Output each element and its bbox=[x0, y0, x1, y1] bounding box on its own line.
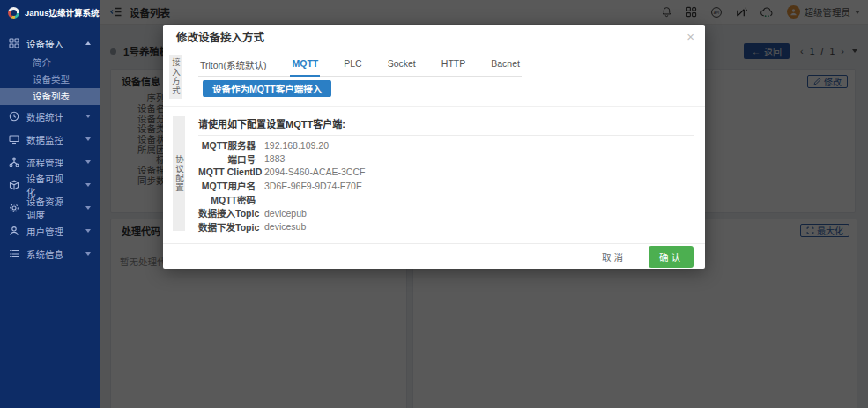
sidebar-item-device-access[interactable]: 设备接入 bbox=[0, 32, 100, 55]
sidebar-item-device-list[interactable]: 设备列表 bbox=[0, 88, 100, 105]
sidebar-item-label: 设备资源调度 bbox=[26, 195, 71, 221]
config-row: 数据下发Topic devicesub bbox=[198, 219, 694, 233]
protocol-config-label: 协议配置 bbox=[173, 155, 185, 192]
logo-icon bbox=[8, 7, 19, 19]
user-icon bbox=[9, 226, 19, 236]
config-label: 端口号 bbox=[198, 152, 256, 166]
tab-triton[interactable]: Triton(系统默认) bbox=[198, 58, 268, 76]
tab-mqtt[interactable]: MQTT bbox=[290, 58, 320, 77]
config-row: MQTT密码 bbox=[198, 193, 694, 206]
sidebar-item-label: 设备接入 bbox=[26, 37, 63, 50]
sidebar-item-resource-scheduling[interactable]: 设备资源调度 bbox=[0, 197, 100, 219]
cube-icon bbox=[9, 180, 19, 190]
config-row: MQTT服务器 192.168.109.20 bbox=[198, 138, 694, 152]
config-row: MQTT ClientID 2094-S460-ACAE-3CCF bbox=[198, 166, 694, 179]
sidebar-item-label: 用户管理 bbox=[26, 225, 63, 238]
confirm-button[interactable]: 确认 bbox=[649, 246, 694, 268]
clock-icon bbox=[9, 111, 19, 122]
mqtt-client-connect-button[interactable]: 设备作为MQTT客户端接入 bbox=[203, 80, 331, 97]
config-label: 数据接入Topic bbox=[198, 206, 256, 219]
app-title: Janus边缘计算系统 bbox=[25, 6, 99, 19]
config-row: 端口号 1883 bbox=[198, 152, 694, 165]
sidebar: Janus边缘计算系统 设备接入 简介 设备类型 设备列表 数据统计 bbox=[0, 0, 100, 408]
flow-icon bbox=[9, 157, 19, 167]
modal-title: 修改设备接入方式 bbox=[176, 28, 264, 45]
access-method-label: 接入方式 bbox=[169, 58, 182, 95]
close-icon[interactable]: × bbox=[686, 30, 694, 43]
tab-bacnet[interactable]: Bacnet bbox=[489, 58, 522, 76]
config-label: MQTT用户名 bbox=[198, 179, 256, 192]
sidebar-item-process-management[interactable]: 流程管理 bbox=[0, 151, 100, 174]
chevron-down-icon bbox=[85, 160, 91, 164]
config-value: 192.168.109.20 bbox=[264, 140, 329, 151]
chevron-down-icon bbox=[85, 137, 91, 141]
config-title: 请使用如下配置设置MQTT客户端: bbox=[198, 116, 694, 136]
access-method-strip: 接入方式 bbox=[169, 55, 182, 99]
sidebar-item-label: 流程管理 bbox=[26, 156, 63, 169]
access-method-tabs: Triton(系统默认) MQTT PLC Socket HTTP Bacnet bbox=[198, 58, 522, 77]
tab-http[interactable]: HTTP bbox=[440, 58, 467, 76]
chevron-down-icon bbox=[85, 115, 91, 118]
modal-footer: 取消 确认 bbox=[163, 243, 705, 269]
config-value: 2094-S460-ACAE-3CCF bbox=[264, 167, 365, 177]
cancel-button[interactable]: 取消 bbox=[597, 249, 631, 264]
gear-icon bbox=[9, 203, 19, 213]
chevron-down-icon bbox=[85, 183, 91, 187]
sidebar-item-data-statistics[interactable]: 数据统计 bbox=[0, 105, 100, 128]
sidebar-item-system-info[interactable]: 系统信息 bbox=[0, 242, 100, 265]
config-value: devicepub bbox=[264, 208, 307, 219]
protocol-config-strip: 协议配置 bbox=[173, 116, 185, 231]
chevron-down-icon bbox=[85, 229, 91, 233]
section-divider bbox=[163, 106, 705, 107]
sidebar-item-device-visualization[interactable]: 设备可视化 bbox=[0, 174, 100, 197]
chevron-up-icon bbox=[85, 41, 91, 45]
config-label: MQTT ClientID bbox=[198, 167, 256, 177]
monitor-icon bbox=[9, 134, 19, 145]
chevron-down-icon bbox=[85, 206, 91, 210]
sidebar-menu: 设备接入 简介 设备类型 设备列表 数据统计 数据监控 流程管理 bbox=[0, 32, 100, 265]
config-label: MQTT服务器 bbox=[198, 138, 256, 152]
sidebar-item-device-type[interactable]: 设备类型 bbox=[0, 71, 100, 88]
sidebar-item-intro[interactable]: 简介 bbox=[0, 55, 100, 71]
config-value: 1883 bbox=[264, 153, 285, 164]
config-row: MQTT用户名 3D6E-96F9-9D74-F70E bbox=[198, 179, 694, 192]
config-label: 数据下发Topic bbox=[198, 220, 256, 234]
config-value: devicesub bbox=[264, 221, 306, 232]
config-label: MQTT密码 bbox=[198, 193, 256, 206]
edit-access-modal: 修改设备接入方式 × 接入方式 Triton(系统默认) MQTT PLC So… bbox=[163, 25, 705, 269]
grid-icon bbox=[9, 38, 19, 48]
sidebar-item-user-management[interactable]: 用户管理 bbox=[0, 219, 100, 242]
mqtt-config: 请使用如下配置设置MQTT客户端: MQTT服务器 192.168.109.20… bbox=[198, 116, 694, 234]
sidebar-item-label: 数据统计 bbox=[26, 110, 63, 123]
sidebar-item-data-monitor[interactable]: 数据监控 bbox=[0, 128, 100, 151]
tab-socket[interactable]: Socket bbox=[386, 58, 418, 76]
app-logo: Janus边缘计算系统 bbox=[0, 0, 100, 25]
sidebar-item-label: 系统信息 bbox=[26, 248, 63, 261]
tab-plc[interactable]: PLC bbox=[342, 58, 363, 76]
list-icon bbox=[9, 249, 19, 259]
chevron-down-icon bbox=[85, 252, 91, 256]
config-row: 数据接入Topic devicepub bbox=[198, 206, 694, 219]
config-value: 3D6E-96F9-9D74-F70E bbox=[264, 181, 362, 191]
sidebar-item-label: 数据监控 bbox=[26, 133, 63, 146]
